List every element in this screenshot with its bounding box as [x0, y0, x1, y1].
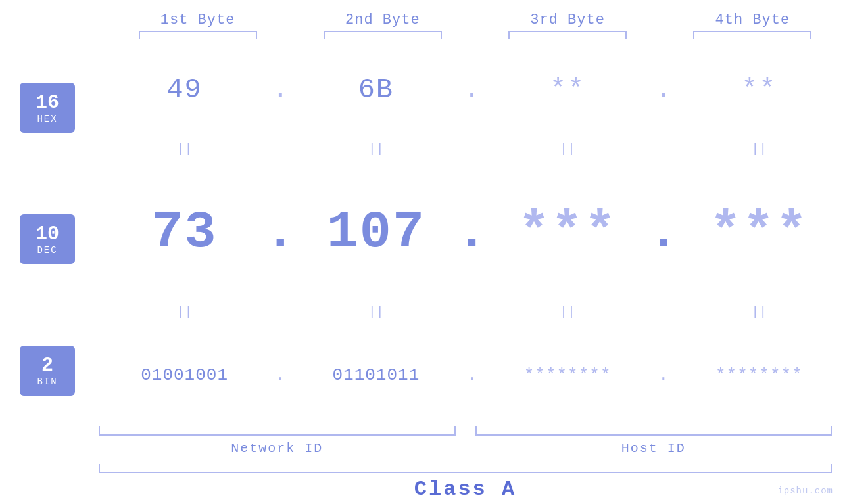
- bottom-section: Network ID Host ID Class A: [0, 426, 845, 501]
- byte-headers: 1st Byte 2nd Byte 3rd Byte 4th Byte: [0, 12, 845, 28]
- bin-b2: 01101011: [290, 365, 462, 385]
- dec-sep3: .: [654, 206, 673, 259]
- byte1-header: 1st Byte: [105, 12, 290, 28]
- dec-name: DEC: [37, 245, 57, 256]
- bin-b3: ********: [482, 365, 654, 385]
- hex-number: 16: [36, 92, 59, 114]
- top-brackets: [0, 31, 845, 39]
- eq1-b3: ||: [560, 141, 575, 156]
- bracket-byte2: [324, 31, 442, 39]
- bin-b1: 01001001: [99, 365, 270, 385]
- hex-sep2: .: [462, 74, 482, 106]
- main-container: 1st Byte 2nd Byte 3rd Byte 4th Byte 16 H…: [0, 0, 845, 504]
- bracket-byte1: [139, 31, 257, 39]
- hex-b4: **: [673, 74, 845, 106]
- eq1-b4: ||: [751, 141, 767, 156]
- hex-sep3: .: [654, 74, 673, 106]
- dec-b2: 107: [290, 202, 462, 262]
- hex-bytes-line: 49 . 6B . **: [99, 39, 845, 141]
- class-bracket: [99, 464, 832, 473]
- byte4-header: 4th Byte: [660, 12, 845, 28]
- dec-sep1: .: [270, 206, 290, 259]
- dec-b1: 73: [99, 202, 270, 262]
- bin-sep2: .: [462, 365, 482, 385]
- host-bracket: [475, 426, 833, 436]
- dec-b4: ***: [673, 202, 845, 262]
- host-id-label: Host ID: [621, 441, 686, 456]
- dec-b3: ***: [482, 202, 654, 262]
- hex-sep1: .: [270, 74, 290, 106]
- dec-sep2: .: [462, 206, 482, 259]
- class-label: Class A: [414, 477, 516, 501]
- layout: 16 HEX 10 DEC 2 BIN: [0, 39, 845, 426]
- hex-badge-row: 16 HEX: [20, 52, 99, 164]
- byte2-header: 2nd Byte: [290, 12, 475, 28]
- network-bracket: [99, 426, 456, 436]
- bin-bytes-line: 01001001 . 01101011 . ********: [99, 324, 845, 426]
- dec-badge: 10 DEC: [20, 214, 75, 264]
- hex-b1: 49: [99, 74, 270, 106]
- dec-bytes-line: 73 . 107 . ***: [99, 161, 845, 304]
- eq-spacer-2: [20, 295, 99, 315]
- hex-b2: 6B: [290, 74, 462, 106]
- eq-spacer-1: [20, 164, 99, 183]
- hex-badge: 16 HEX: [20, 83, 75, 133]
- byte3-header: 3rd Byte: [475, 12, 660, 28]
- eq2-b2: ||: [368, 304, 384, 319]
- bin-name: BIN: [37, 377, 57, 387]
- dec-number: 10: [36, 223, 59, 245]
- bin-sep3: .: [654, 365, 673, 385]
- eq1-b2: ||: [368, 141, 384, 156]
- right-col: 49 . 6B . **: [99, 39, 845, 426]
- bin-number: 2: [41, 355, 53, 377]
- hex-data-row: 49 . 6B . **: [99, 39, 845, 141]
- eq1-b1: ||: [177, 141, 193, 156]
- network-id-label: Network ID: [231, 441, 323, 456]
- bracket-byte4: [693, 31, 811, 39]
- dec-badge-row: 10 DEC: [20, 183, 99, 295]
- equals-divider-1: || || || ||: [99, 141, 845, 161]
- base-labels-col: 16 HEX 10 DEC 2 BIN: [0, 39, 99, 426]
- bracket-byte3: [508, 31, 627, 39]
- bin-badge-row: 2 BIN: [20, 315, 99, 426]
- bin-sep1: .: [270, 365, 290, 385]
- bin-data-row: 01001001 . 01101011 . ********: [99, 324, 845, 426]
- bin-b4: ********: [673, 365, 845, 385]
- eq2-b1: ||: [177, 304, 193, 319]
- bottom-brackets-row: [99, 426, 832, 436]
- watermark: ipshu.com: [777, 486, 833, 496]
- hex-name: HEX: [37, 114, 57, 124]
- eq2-b3: ||: [560, 304, 575, 319]
- eq2-b4: ||: [751, 304, 767, 319]
- bin-badge: 2 BIN: [20, 346, 75, 396]
- class-label-row: Class A: [99, 477, 832, 501]
- hex-b3: **: [482, 74, 654, 106]
- bottom-labels-row: Network ID Host ID: [99, 441, 832, 456]
- dec-data-row: 73 . 107 . ***: [99, 161, 845, 304]
- equals-divider-2: || || || ||: [99, 304, 845, 324]
